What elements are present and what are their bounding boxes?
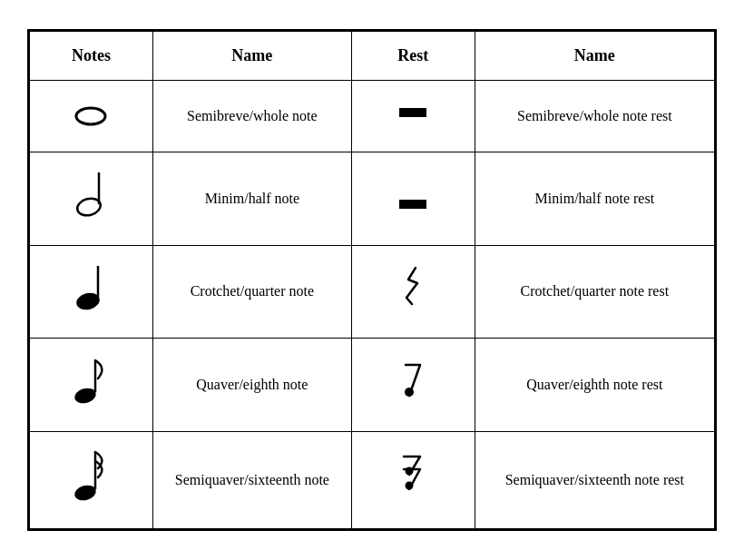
name2-crotchet: Crotchet/quarter note rest bbox=[475, 245, 714, 338]
svg-point-12 bbox=[406, 482, 414, 490]
semiquaver-note-icon bbox=[73, 445, 109, 504]
name2-minim: Minim/half note rest bbox=[475, 152, 714, 245]
name-minim: Minim/half note bbox=[152, 152, 351, 245]
name-crotchet: Crotchet/quarter note bbox=[152, 245, 351, 338]
table-row: Minim/half note Minim/half note rest bbox=[30, 152, 715, 245]
semiquaver-rest-icon bbox=[400, 451, 426, 496]
svg-point-8 bbox=[405, 388, 414, 397]
name-semiquaver: Semiquaver/sixteenth note bbox=[152, 431, 351, 528]
minim-rest-icon bbox=[399, 200, 426, 209]
semibreve-note-icon bbox=[72, 100, 110, 127]
music-notes-table: Notes Name Rest Name Semibreve/whole not… bbox=[27, 29, 717, 531]
rest-symbol-crotchet bbox=[351, 245, 475, 338]
table-row: Crotchet/quarter note Crotchet/quarter n… bbox=[30, 245, 715, 338]
rest-symbol-minim bbox=[351, 152, 475, 245]
table-row: Semiquaver/sixteenth note Semiquaver/six… bbox=[30, 431, 715, 528]
header-name2: Name bbox=[475, 32, 714, 81]
note-symbol-crotchet bbox=[30, 245, 153, 338]
quaver-rest-icon bbox=[402, 358, 424, 399]
semibreve-rest-icon bbox=[399, 108, 426, 117]
name2-semibreve: Semibreve/whole note rest bbox=[475, 81, 714, 152]
table-row: Quaver/eighth note Quaver/eighth note re… bbox=[30, 339, 715, 431]
name-quaver: Quaver/eighth note bbox=[152, 339, 351, 431]
name2-quaver: Quaver/eighth note rest bbox=[475, 339, 714, 431]
header-rest: Rest bbox=[351, 32, 475, 81]
header-notes: Notes bbox=[30, 32, 153, 81]
svg-point-9 bbox=[73, 483, 98, 503]
note-symbol-quaver bbox=[30, 339, 153, 431]
quaver-note-icon bbox=[73, 351, 109, 406]
table-row: Semibreve/whole note Semibreve/whole not… bbox=[30, 81, 715, 152]
rest-symbol-quaver bbox=[351, 339, 475, 431]
rest-symbol-semibreve bbox=[351, 81, 475, 152]
header-name1: Name bbox=[152, 32, 351, 81]
note-symbol-minim bbox=[30, 152, 153, 245]
crotchet-note-icon bbox=[73, 259, 109, 313]
svg-point-6 bbox=[73, 386, 98, 406]
name2-semiquaver: Semiquaver/sixteenth note rest bbox=[475, 431, 714, 528]
note-symbol-semiquaver bbox=[30, 431, 153, 528]
crotchet-rest-icon bbox=[399, 263, 426, 309]
note-symbol-semibreve bbox=[30, 81, 153, 152]
svg-point-1 bbox=[83, 113, 98, 120]
rest-symbol-semiquaver bbox=[351, 431, 475, 528]
name-semibreve: Semibreve/whole note bbox=[152, 81, 351, 152]
minim-note-icon bbox=[73, 165, 109, 220]
